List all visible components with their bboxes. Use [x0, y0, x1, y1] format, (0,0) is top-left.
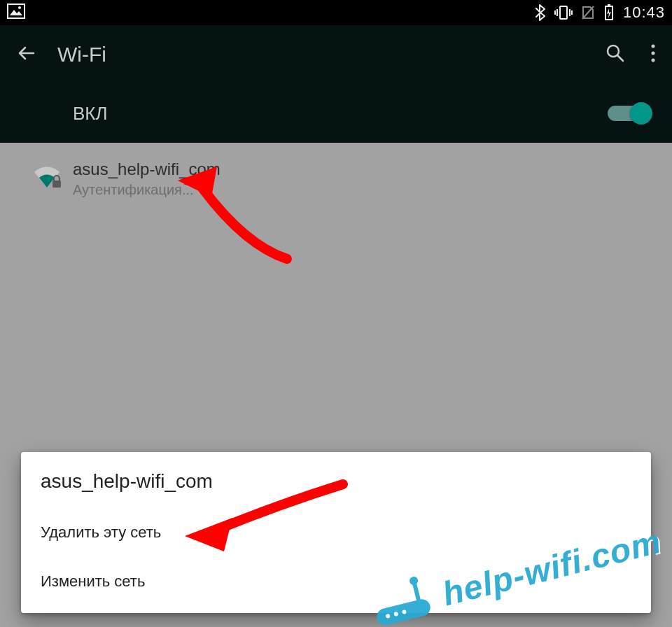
- status-right: 10:43: [535, 3, 665, 22]
- svg-point-11: [652, 52, 655, 55]
- svg-point-12: [652, 59, 655, 62]
- status-bar: 10:43: [0, 0, 672, 25]
- page-title: Wi-Fi: [57, 43, 106, 66]
- svg-line-9: [617, 55, 623, 61]
- screen: 10:43 Wi-Fi ВКЛ: [0, 0, 672, 627]
- wifi-toggle-row: ВКЛ: [0, 84, 672, 143]
- svg-marker-1: [10, 10, 22, 15]
- svg-point-22: [409, 576, 419, 586]
- status-left: [7, 3, 25, 22]
- status-clock: 10:43: [623, 3, 665, 22]
- bluetooth-icon: [535, 4, 546, 21]
- wifi-toggle-switch[interactable]: [608, 106, 651, 121]
- svg-point-10: [652, 45, 655, 48]
- toolbar: Wi-Fi: [0, 25, 672, 84]
- network-status: Аутентификация...: [73, 182, 220, 198]
- network-ssid: asus_help-wifi_com: [73, 160, 220, 179]
- svg-line-4: [582, 6, 594, 19]
- svg-rect-3: [560, 6, 567, 19]
- svg-rect-13: [52, 181, 61, 188]
- popup-title: asus_help-wifi_com: [41, 470, 631, 493]
- vibrate-icon: [554, 5, 573, 20]
- no-sim-icon: [581, 5, 595, 20]
- more-icon[interactable]: [650, 43, 657, 66]
- wifi-toggle-label: ВКЛ: [73, 103, 108, 125]
- svg-point-2: [18, 6, 21, 9]
- wifi-secure-icon: [31, 164, 62, 193]
- picture-icon: [7, 3, 25, 22]
- svg-rect-0: [8, 4, 24, 18]
- search-icon[interactable]: [605, 43, 626, 66]
- wifi-network-item[interactable]: asus_help-wifi_com Аутентификация...: [0, 147, 672, 210]
- back-icon[interactable]: [15, 42, 38, 67]
- svg-rect-6: [608, 4, 610, 6]
- battery-icon: [603, 4, 615, 21]
- svg-marker-7: [607, 8, 611, 18]
